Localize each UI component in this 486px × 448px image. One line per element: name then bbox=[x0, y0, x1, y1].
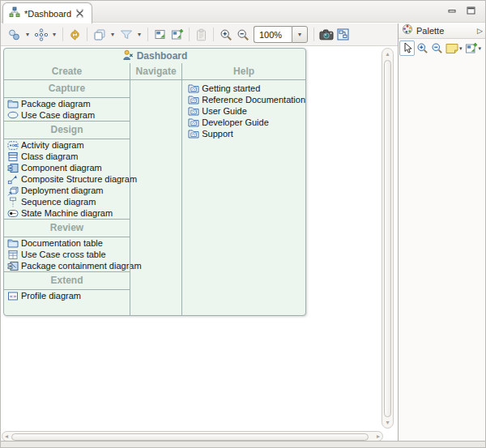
palette-header[interactable]: Palette ▷ bbox=[399, 23, 486, 39]
paste-button[interactable] bbox=[193, 26, 210, 44]
chevron-down-icon: ▾ bbox=[298, 32, 301, 38]
navigate-column: Navigate bbox=[130, 63, 182, 315]
papyrus-window: *Dashboard ▾ ▾ ▾ ▾ ▾ bbox=[0, 0, 486, 448]
palette-zoom-out-tool[interactable] bbox=[430, 41, 444, 56]
note-tool[interactable]: ▾ bbox=[445, 41, 463, 56]
documentation-table-icon bbox=[6, 238, 19, 249]
filter-dropdown[interactable]: ▾ bbox=[134, 26, 144, 44]
vertical-scrollbar-thumb[interactable] bbox=[384, 60, 391, 417]
create-element-button[interactable] bbox=[6, 26, 23, 44]
link-composite-structure-diagram[interactable]: Composite Structure diagram bbox=[4, 173, 130, 185]
link-class-diagram[interactable]: Class diagram bbox=[4, 151, 130, 162]
diagram-overview-button[interactable] bbox=[335, 26, 352, 44]
save-as-image-button[interactable] bbox=[151, 26, 168, 44]
deployment-diagram-icon bbox=[6, 186, 19, 196]
tab-dashboard[interactable]: *Dashboard bbox=[2, 2, 92, 23]
link-usecase-cross-table[interactable]: Use Case cross table bbox=[4, 249, 130, 260]
create-element-dropdown[interactable]: ▾ bbox=[23, 26, 32, 44]
link-reference-documentation[interactable]: Reference Documentation bbox=[182, 94, 305, 105]
link-user-guide[interactable]: User Guide bbox=[182, 105, 305, 117]
link-state-machine-diagram[interactable]: State Machine diagram bbox=[4, 207, 130, 219]
scroll-right-icon[interactable]: ▸ bbox=[377, 433, 380, 440]
vertical-scrollbar-track[interactable]: ▴ ▾ bbox=[382, 48, 394, 429]
scroll-down-icon[interactable]: ▾ bbox=[382, 419, 393, 426]
extend-section-header: Extend bbox=[4, 272, 130, 289]
view-controls bbox=[448, 6, 475, 15]
link-component-diagram[interactable]: Component diagram bbox=[4, 162, 130, 173]
import-image-tool[interactable]: ▾ bbox=[464, 41, 483, 56]
main-toolbar: ▾ ▾ ▾ ▾ ▾ bbox=[1, 23, 398, 46]
horizontal-scrollbar-thumb[interactable] bbox=[11, 433, 369, 441]
select-tool[interactable] bbox=[399, 41, 415, 56]
link-activity-diagram[interactable]: Activity diagram bbox=[4, 139, 130, 151]
dashboard-panel: Dashboard Create Capture Package diagram… bbox=[3, 48, 306, 316]
help-folder-icon bbox=[187, 129, 199, 139]
arrange-icon bbox=[34, 28, 49, 41]
chevron-down-icon: ▾ bbox=[26, 32, 29, 38]
camera-icon bbox=[319, 29, 334, 41]
zoom-out-icon bbox=[431, 42, 443, 54]
copy-appearance-button[interactable] bbox=[91, 26, 108, 44]
capture-section-header: Capture bbox=[4, 80, 130, 97]
chevron-down-icon[interactable]: ▾ bbox=[459, 45, 463, 52]
window-bottom-edge bbox=[1, 441, 485, 447]
link-documentation-table[interactable]: Documentation table bbox=[4, 237, 130, 249]
link-package-containment-diagram[interactable]: Package containment diagram bbox=[4, 260, 130, 271]
overview-icon bbox=[337, 28, 349, 41]
sequence-diagram-icon bbox=[6, 197, 19, 207]
zoom-in-icon bbox=[416, 42, 428, 54]
arrange-button[interactable] bbox=[32, 26, 49, 44]
zoom-out-button[interactable] bbox=[234, 26, 251, 44]
save-as-image-icon bbox=[154, 28, 167, 41]
component-diagram-icon bbox=[6, 163, 19, 173]
usecase-diagram-icon bbox=[6, 110, 19, 121]
maximize-icon[interactable] bbox=[467, 6, 475, 15]
minimize-icon[interactable] bbox=[448, 6, 456, 15]
palette-panel: Palette ▷ ▾ ▾ bbox=[398, 23, 486, 442]
link-deployment-diagram[interactable]: Deployment diagram bbox=[4, 185, 130, 196]
scroll-up-icon[interactable]: ▴ bbox=[382, 50, 393, 58]
zoom-level-input[interactable] bbox=[254, 26, 292, 43]
chevron-down-icon: ▾ bbox=[111, 32, 114, 38]
link-support[interactable]: Support bbox=[182, 128, 305, 139]
close-icon[interactable] bbox=[75, 6, 84, 21]
create-column: Create Capture Package diagram Use Case … bbox=[4, 63, 130, 315]
arrange-dropdown[interactable]: ▾ bbox=[49, 26, 59, 44]
link-developer-guide[interactable]: Developer Guide bbox=[182, 117, 305, 128]
zoom-level-dropdown[interactable]: ▾ bbox=[292, 26, 308, 43]
link-sequence-diagram[interactable]: Sequence diagram bbox=[4, 196, 130, 207]
zoom-in-button[interactable] bbox=[217, 26, 234, 44]
dashboard-title-row: Dashboard bbox=[4, 49, 305, 63]
copy-to-image-button[interactable] bbox=[168, 26, 185, 44]
package-diagram-icon bbox=[6, 99, 19, 109]
help-folder-icon bbox=[187, 95, 199, 105]
design-section-header: Design bbox=[4, 122, 130, 139]
diagram-canvas[interactable]: Dashboard Create Capture Package diagram… bbox=[1, 46, 379, 430]
link-usecase-diagram[interactable]: Use Case diagram bbox=[4, 109, 130, 121]
usecase-cross-table-icon bbox=[6, 250, 19, 260]
synchronize-button[interactable] bbox=[66, 26, 83, 44]
link-package-diagram[interactable]: Package diagram bbox=[4, 98, 130, 109]
composite-structure-diagram-icon bbox=[6, 174, 19, 185]
link-getting-started[interactable]: Getting started bbox=[182, 83, 305, 94]
editor-tab-bar: *Dashboard bbox=[1, 1, 485, 23]
palette-title: Palette bbox=[416, 26, 444, 36]
toolbar-separator bbox=[313, 28, 314, 41]
paste-icon bbox=[195, 28, 207, 41]
scroll-left-icon[interactable]: ◂ bbox=[5, 433, 8, 440]
palette-zoom-in-tool[interactable] bbox=[416, 41, 429, 56]
filter-button[interactable] bbox=[117, 26, 134, 44]
collapse-right-icon[interactable]: ▷ bbox=[477, 27, 483, 35]
state-machine-diagram-icon bbox=[6, 208, 19, 219]
zoom-level-combo: ▾ bbox=[254, 26, 308, 43]
note-icon bbox=[446, 43, 458, 53]
copy-appearance-dropdown[interactable]: ▾ bbox=[108, 26, 117, 44]
dashboard-icon bbox=[122, 49, 134, 63]
help-folder-icon bbox=[187, 83, 199, 94]
synchronize-icon bbox=[68, 28, 82, 41]
screenshot-button[interactable] bbox=[318, 26, 335, 44]
toolbar-separator bbox=[87, 28, 87, 41]
link-profile-diagram[interactable]: «»Profile diagram bbox=[4, 290, 130, 301]
vertical-scrollbar: ▴ ▾ bbox=[379, 46, 398, 430]
chevron-down-icon[interactable]: ▾ bbox=[479, 45, 482, 52]
